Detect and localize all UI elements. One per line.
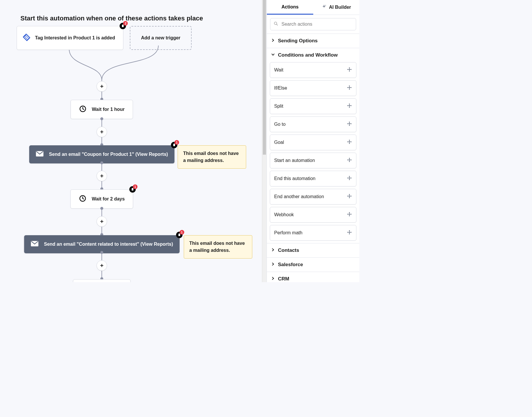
add-trigger-label: Add a new trigger <box>141 35 180 41</box>
warning-note-1: This email does not have a mailing addre… <box>178 145 246 169</box>
scrollbar-thumb[interactable] <box>263 0 266 155</box>
trigger-badge: 2 <box>120 23 126 29</box>
mail-icon <box>31 240 39 248</box>
move-icon <box>347 121 352 128</box>
action-item-end-this-automation[interactable]: End this automation <box>270 171 356 186</box>
move-icon <box>347 103 352 109</box>
add-trigger-button[interactable]: Add a new trigger <box>130 26 191 50</box>
section-crm[interactable]: CRM <box>267 272 359 282</box>
section-conditions-label: Conditions and Workflow <box>278 52 338 58</box>
move-icon <box>347 85 352 91</box>
wait-1-label: Wait for 1 hour <box>92 107 125 112</box>
action-item-label: Webhook <box>274 212 294 217</box>
trigger-label: Tag Interested in Product 1 is added <box>35 35 115 41</box>
add-step-button[interactable]: + <box>97 127 107 137</box>
clock-icon <box>79 105 87 114</box>
section-salesforce-label: Salesforce <box>278 262 303 268</box>
move-icon <box>347 157 352 164</box>
svg-point-1 <box>25 36 26 36</box>
wait-2-badge: 1 <box>130 186 136 193</box>
actions-panel: Actions AI Builder Sending Options <box>267 0 359 282</box>
wait-node-2[interactable]: Wait for 2 days 1 <box>70 189 133 209</box>
tab-actions-label: Actions <box>281 4 299 10</box>
move-icon <box>347 175 352 182</box>
email-1-badge-count: 1 <box>174 140 179 145</box>
chevron-right-icon <box>271 262 275 268</box>
tab-actions[interactable]: Actions <box>267 0 313 15</box>
trigger-badge-count: 2 <box>123 21 128 26</box>
svg-rect-7 <box>174 144 174 144</box>
search-input[interactable] <box>270 18 356 30</box>
chevron-right-icon <box>271 38 275 44</box>
tag-icon <box>22 33 31 43</box>
tab-ai-builder[interactable]: AI Builder <box>313 0 360 15</box>
tab-ai-label: AI Builder <box>329 5 351 10</box>
svg-rect-9 <box>132 188 134 191</box>
section-salesforce[interactable]: Salesforce <box>267 258 359 272</box>
email-1-label: Send an email "Coupon for Product 1" (Vi… <box>49 152 168 157</box>
action-item-label: End another automation <box>274 194 324 199</box>
wait-2-label: Wait for 2 days <box>92 196 125 202</box>
action-item-split[interactable]: Split <box>270 98 356 114</box>
action-item-wait[interactable]: Wait <box>270 62 356 78</box>
flow-joint <box>100 117 103 120</box>
move-icon <box>347 212 352 218</box>
email-2-label: Send an email "Content related to intere… <box>44 242 173 247</box>
email-2-badge-count: 1 <box>179 230 184 235</box>
svg-point-14 <box>274 22 277 25</box>
vertical-scrollbar[interactable] <box>262 0 267 282</box>
action-item-end-another-automation[interactable]: End another automation <box>270 189 356 205</box>
action-item-label: Go to <box>274 122 286 127</box>
action-item-label: Goal <box>274 140 284 145</box>
action-item-label: End this automation <box>274 176 315 181</box>
wait-node-cut[interactable] <box>73 279 131 282</box>
action-item-label: Wait <box>274 67 283 73</box>
email-2-badge: 1 <box>176 232 182 238</box>
chevron-right-icon <box>271 247 275 253</box>
section-conditions-workflow[interactable]: Conditions and Workflow <box>267 48 359 62</box>
section-sending-label: Sending Options <box>278 38 318 44</box>
svg-rect-2 <box>122 25 124 27</box>
add-step-button[interactable]: + <box>97 171 107 181</box>
search-icon <box>274 21 278 27</box>
move-icon <box>347 193 352 200</box>
trigger-card[interactable]: Tag Interested in Product 1 is added 2 <box>17 26 123 50</box>
action-item-perform-math[interactable]: Perform math <box>270 225 356 241</box>
action-item-if-else[interactable]: If/Else <box>270 80 356 96</box>
action-item-label: Perform math <box>274 230 302 235</box>
clock-icon <box>79 195 86 203</box>
mail-icon <box>36 151 44 158</box>
wait-2-badge-count: 1 <box>133 184 138 189</box>
flow-joint <box>100 161 103 164</box>
move-icon <box>347 139 352 146</box>
section-sending-options[interactable]: Sending Options <box>267 34 359 48</box>
svg-rect-12 <box>178 234 180 236</box>
automation-heading: Start this automation when one of these … <box>20 15 203 22</box>
sparkle-icon <box>321 4 327 11</box>
svg-rect-13 <box>179 233 180 234</box>
email-node-1[interactable]: Send an email "Coupon for Product 1" (Vi… <box>29 145 174 163</box>
svg-rect-6 <box>173 144 175 146</box>
svg-line-15 <box>276 24 278 25</box>
action-item-webhook[interactable]: Webhook <box>270 207 356 223</box>
flow-joint <box>100 207 103 210</box>
action-item-goal[interactable]: Goal <box>270 135 356 150</box>
section-contacts-label: Contacts <box>278 247 299 253</box>
add-step-button[interactable]: + <box>97 260 107 271</box>
action-item-label: Start an automation <box>274 158 315 163</box>
flow-joint <box>100 251 103 254</box>
section-contacts[interactable]: Contacts <box>267 243 359 257</box>
action-item-label: Split <box>274 104 283 109</box>
move-icon <box>347 67 352 73</box>
action-item-go-to[interactable]: Go to <box>270 116 356 132</box>
chevron-down-icon <box>271 52 275 58</box>
add-step-button[interactable]: + <box>97 216 107 227</box>
action-item-label: If/Else <box>274 86 287 91</box>
section-crm-label: CRM <box>278 276 289 282</box>
move-icon <box>347 230 352 236</box>
add-step-button[interactable]: + <box>97 81 107 92</box>
email-node-2[interactable]: Send an email "Content related to intere… <box>24 235 180 253</box>
warning-note-2: This email does not have a mailing addre… <box>184 235 252 259</box>
action-item-start-an-automation[interactable]: Start an automation <box>270 153 356 168</box>
wait-node-1[interactable]: Wait for 1 hour <box>71 100 133 119</box>
